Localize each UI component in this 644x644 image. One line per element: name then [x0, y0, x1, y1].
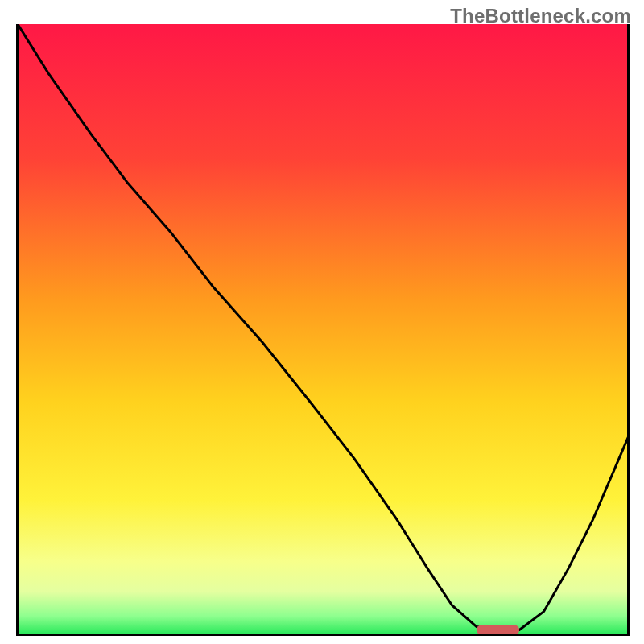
- bottleneck-chart: [0, 0, 644, 644]
- chart-container: { "watermark": "TheBottleneck.com", "cha…: [0, 0, 644, 644]
- gradient-background: [18, 24, 630, 634]
- target-marker: [477, 625, 519, 634]
- watermark-text: TheBottleneck.com: [450, 5, 631, 27]
